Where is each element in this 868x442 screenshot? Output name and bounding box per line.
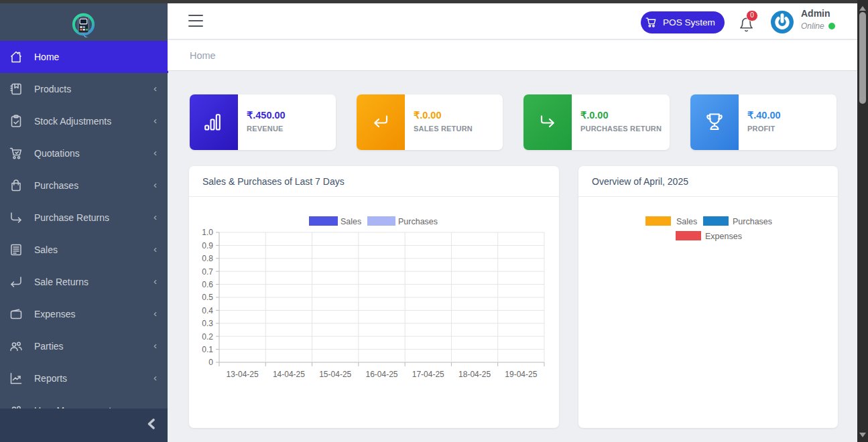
svg-text:Purchases: Purchases [398,217,438,226]
svg-text:0.3: 0.3 [202,319,213,328]
svg-text:0.7: 0.7 [202,267,213,277]
svg-text:0.2: 0.2 [202,332,213,342]
svg-text:13-04-25: 13-04-25 [227,370,259,379]
svg-text:0.8: 0.8 [202,254,213,263]
svg-text:18-04-25: 18-04-25 [458,370,491,379]
svg-text:15-04-25: 15-04-25 [319,370,351,379]
svg-text:0: 0 [208,358,213,367]
svg-text:0.1: 0.1 [202,345,213,354]
svg-text:16-04-25: 16-04-25 [365,370,397,379]
svg-text:14-04-25: 14-04-25 [273,370,305,379]
svg-text:Purchases: Purchases [733,217,772,226]
svg-text:0.4: 0.4 [202,306,213,315]
svg-text:0.5: 0.5 [202,293,213,302]
svg-text:19-04-25: 19-04-25 [505,370,537,379]
svg-text:17-04-25: 17-04-25 [412,370,444,379]
svg-text:Sales: Sales [676,217,697,226]
svg-text:Expenses: Expenses [705,232,742,241]
svg-text:0.9: 0.9 [202,241,213,250]
svg-text:0.6: 0.6 [202,280,213,289]
svg-text:Sales: Sales [340,217,361,226]
svg-text:1.0: 1.0 [202,228,213,237]
